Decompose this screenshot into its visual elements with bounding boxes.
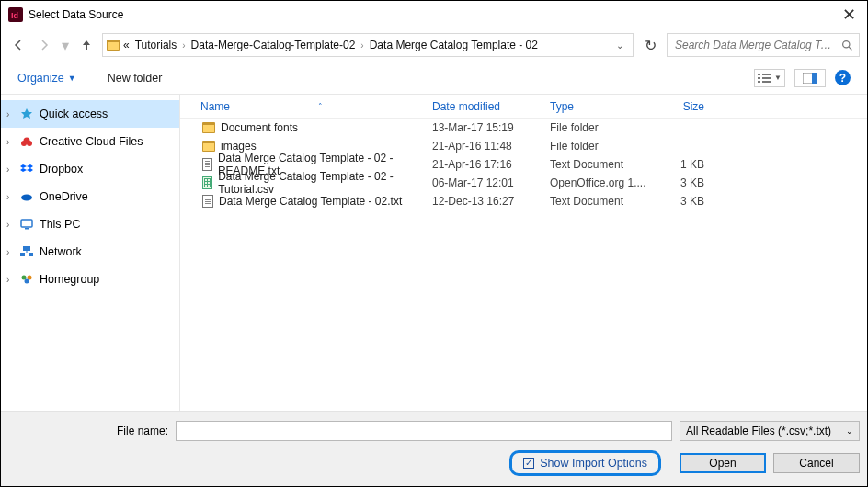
sidebar-item-homegroup[interactable]: › Homegroup xyxy=(1,266,179,293)
help-icon[interactable]: ? xyxy=(835,70,851,85)
breadcrumb-seg[interactable]: Data Merge Catalog Template - 02 xyxy=(368,39,540,51)
svg-rect-3 xyxy=(758,74,760,75)
svg-point-28 xyxy=(25,279,29,284)
col-date[interactable]: Date modified xyxy=(432,100,550,113)
breadcrumb-seg[interactable]: Data-Merge-Catalog-Template-02 xyxy=(189,39,358,51)
sidebar-item-network[interactable]: › Network xyxy=(1,238,179,266)
svg-point-14 xyxy=(24,138,30,144)
sidebar-item-ccfiles[interactable]: › Creative Cloud Files xyxy=(1,128,179,155)
file-name: Data Merge Catalog Template - 02 - Tutor… xyxy=(180,170,432,196)
file-name: Document fonts xyxy=(180,121,432,134)
svg-rect-21 xyxy=(25,228,29,230)
sidebar-item-dropbox[interactable]: › Dropbox xyxy=(1,155,179,183)
sidebar-item-label: OneDrive xyxy=(40,190,88,203)
open-button[interactable]: Open xyxy=(680,453,766,473)
svg-point-26 xyxy=(22,276,27,280)
file-row[interactable]: Data Merge Catalog Template - 02.txt12-D… xyxy=(180,192,867,210)
breadcrumb[interactable]: « Tutorials › Data-Merge-Catalog-Templat… xyxy=(102,33,634,57)
col-size[interactable]: Size xyxy=(658,100,732,113)
col-name: Name˄ xyxy=(180,100,432,113)
command-bar: Organize▼ New folder ▼ ? xyxy=(1,62,867,95)
column-headers[interactable]: Name˄ Date modified Type Size xyxy=(180,95,867,119)
chevron-right-icon: › xyxy=(6,137,14,147)
close-icon[interactable]: ✕ xyxy=(839,5,860,25)
svg-rect-20 xyxy=(21,220,32,227)
file-row[interactable]: Data Merge Catalog Template - 02 - Tutor… xyxy=(180,174,867,192)
folder-icon xyxy=(107,39,120,51)
back-button[interactable] xyxy=(8,35,29,55)
svg-rect-10 xyxy=(812,73,817,84)
file-type: Text Document xyxy=(550,195,658,208)
svg-rect-8 xyxy=(762,81,771,83)
chevron-right-icon: › xyxy=(180,40,187,51)
pc-icon xyxy=(19,217,34,232)
homegroup-icon xyxy=(19,272,34,287)
svg-marker-16 xyxy=(27,164,33,168)
file-size: 3 KB xyxy=(658,195,732,208)
file-date: 12-Dec-13 16:27 xyxy=(432,195,550,208)
chevron-down-icon: ⌄ xyxy=(846,426,853,436)
filetype-filter[interactable]: All Readable Files (*.csv;*.txt) ⌄ xyxy=(680,421,860,441)
dropbox-icon xyxy=(19,162,34,176)
sidebar-item-label: Homegroup xyxy=(40,273,99,286)
app-icon: Id xyxy=(8,7,23,22)
filename-label: File name: xyxy=(8,425,168,437)
search-box[interactable] xyxy=(667,33,860,57)
refresh-button[interactable]: ↻ xyxy=(639,37,661,54)
preview-pane-button[interactable] xyxy=(794,69,826,87)
sidebar-item-onedrive[interactable]: › OneDrive xyxy=(1,183,179,210)
chevron-right-icon: › xyxy=(6,109,14,119)
show-import-options-checkbox[interactable]: ✓ Show Import Options xyxy=(509,450,661,476)
network-icon xyxy=(19,244,34,259)
file-date: 21-Apr-16 17:16 xyxy=(432,158,550,171)
search-input[interactable] xyxy=(673,38,836,52)
breadcrumb-dropdown[interactable]: ⌄ xyxy=(611,40,629,51)
filename-input[interactable] xyxy=(176,421,672,441)
recent-dropdown[interactable]: ▾ xyxy=(60,35,71,55)
svg-rect-22 xyxy=(23,246,30,251)
dialog-title: Select Data Source xyxy=(29,8,123,21)
chevron-right-icon: › xyxy=(6,247,14,257)
svg-marker-15 xyxy=(20,164,27,168)
sidebar-item-label: This PC xyxy=(40,218,80,231)
file-type: File folder xyxy=(550,140,658,153)
chevron-right-icon: › xyxy=(6,192,14,202)
main-pane: › Quick access › Creative Cloud Files › … xyxy=(1,95,867,411)
sidebar-item-label: Dropbox xyxy=(40,163,83,176)
svg-text:Id: Id xyxy=(11,11,18,20)
file-name: images xyxy=(180,140,432,153)
svg-point-27 xyxy=(28,276,32,280)
sidebar-item-quickaccess[interactable]: › Quick access xyxy=(1,100,179,128)
cloud-icon xyxy=(19,134,34,149)
svg-rect-24 xyxy=(29,253,33,256)
svg-rect-5 xyxy=(758,77,760,79)
nav-toolbar: ▾ « Tutorials › Data-Merge-Catalog-Templ… xyxy=(1,28,867,62)
up-button[interactable] xyxy=(76,35,97,55)
forward-button[interactable] xyxy=(34,35,54,55)
search-icon xyxy=(841,40,853,51)
breadcrumb-seg[interactable]: Tutorials xyxy=(133,39,179,51)
svg-line-2 xyxy=(849,47,851,50)
star-icon xyxy=(19,107,34,121)
col-type[interactable]: Type xyxy=(550,100,658,113)
new-folder-button[interactable]: New folder xyxy=(108,72,163,85)
file-name: Data Merge Catalog Template - 02.txt xyxy=(180,195,432,208)
view-mode-button[interactable]: ▼ xyxy=(754,69,785,87)
chevron-right-icon: › xyxy=(6,220,14,230)
sidebar-item-thispc[interactable]: › This PC xyxy=(1,210,179,238)
svg-rect-23 xyxy=(20,253,25,256)
titlebar: Id Select Data Source ✕ xyxy=(1,1,867,28)
dialog-footer: File name: All Readable Files (*.csv;*.t… xyxy=(1,411,867,486)
file-date: 06-Mar-17 12:01 xyxy=(432,176,550,189)
file-row[interactable]: Document fonts13-Mar-17 15:19File folder xyxy=(180,119,867,137)
breadcrumb-ellipsis[interactable]: « xyxy=(121,39,131,51)
cancel-button[interactable]: Cancel xyxy=(773,453,860,473)
organize-menu[interactable]: Organize▼ xyxy=(17,72,76,85)
document-icon xyxy=(202,158,212,171)
file-list: Name˄ Date modified Type Size Document f… xyxy=(180,95,867,411)
file-type: File folder xyxy=(550,121,658,134)
chevron-right-icon: › xyxy=(6,275,14,285)
document-icon xyxy=(202,195,213,208)
svg-point-19 xyxy=(21,195,32,201)
svg-rect-6 xyxy=(762,77,771,79)
